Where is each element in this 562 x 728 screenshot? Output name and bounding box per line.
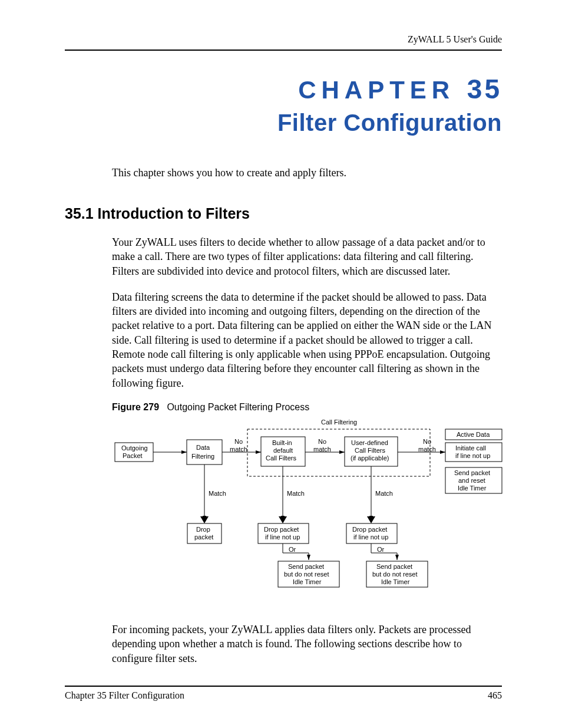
chapter-number: 35	[467, 74, 502, 104]
svg-text:Outgoing: Outgoing	[121, 444, 148, 452]
svg-marker-36	[200, 516, 209, 523]
svg-text:Match: Match	[287, 490, 305, 497]
header-rule	[65, 50, 502, 51]
svg-text:User-defined: User-defined	[351, 439, 388, 446]
svg-text:but do not reset: but do not reset	[372, 571, 417, 578]
svg-text:match: match	[230, 446, 247, 453]
svg-text:if line not up: if line not up	[455, 452, 490, 459]
svg-text:No: No	[423, 438, 431, 445]
svg-text:Data: Data	[196, 444, 210, 451]
svg-text:Match: Match	[375, 490, 393, 497]
svg-text:Drop packet: Drop packet	[264, 526, 299, 533]
svg-text:Drop packet: Drop packet	[352, 526, 387, 533]
svg-text:Or: Or	[289, 546, 296, 553]
chapter-title: Filter Configuration	[65, 110, 502, 136]
figure-diagram: Call Filtering Outgoing Packet Data Filt…	[112, 416, 502, 607]
section-p3: For incoming packets, your ZyWALL applie…	[112, 622, 496, 666]
svg-text:No: No	[318, 438, 326, 445]
section-p2: Data filtering screens the data to deter…	[112, 290, 496, 390]
chapter-label: CHAPTER	[298, 76, 455, 104]
figure-label: Figure 279	[112, 402, 159, 412]
svg-text:Idle Timer: Idle Timer	[458, 485, 487, 492]
svg-marker-39	[279, 516, 287, 523]
footer-page-number: 465	[488, 690, 502, 701]
svg-text:default: default	[273, 447, 293, 454]
svg-text:Idle Timer: Idle Timer	[293, 578, 322, 585]
svg-text:Or: Or	[377, 546, 385, 553]
svg-text:Call Filters: Call Filters	[266, 454, 296, 462]
svg-text:if line not up: if line not up	[353, 533, 388, 541]
figure-caption: Figure 279 Outgoing Packet Filtering Pro…	[112, 402, 502, 413]
section-p1: Your ZyWALL uses filters to decide wheth…	[112, 235, 496, 278]
svg-text:match: match	[313, 446, 331, 453]
svg-text:Drop: Drop	[196, 526, 210, 533]
chapter-number-line: CHAPTER 35	[65, 73, 502, 105]
svg-text:Match: Match	[209, 490, 226, 497]
figure-caption-text: Outgoing Packet Filtering Process	[167, 402, 309, 412]
svg-text:Initiate call: Initiate call	[455, 444, 486, 452]
svg-text:and reset: and reset	[458, 477, 485, 484]
svg-text:packet: packet	[194, 533, 213, 541]
svg-text:if line not up: if line not up	[265, 533, 300, 541]
chapter-intro: This chapter shows you how to create and…	[112, 167, 502, 179]
svg-text:but do not reset: but do not reset	[284, 571, 329, 578]
svg-text:Call Filters: Call Filters	[355, 447, 385, 454]
footer-chapter: Chapter 35 Filter Configuration	[65, 690, 184, 701]
svg-text:(if applicable): (if applicable)	[351, 454, 389, 462]
svg-text:Active Data: Active Data	[457, 431, 490, 438]
footer-rule	[65, 686, 502, 687]
svg-text:Packet: Packet	[123, 452, 143, 459]
svg-text:Idle Timer: Idle Timer	[381, 578, 410, 585]
header-guide: ZyWALL 5 User's Guide	[65, 34, 502, 45]
svg-marker-42	[367, 516, 375, 523]
diagram-group-label: Call Filtering	[321, 419, 357, 426]
svg-text:Send packet: Send packet	[376, 563, 412, 570]
svg-text:No: No	[234, 438, 243, 445]
svg-text:Built-in: Built-in	[272, 439, 292, 446]
svg-text:Send packet: Send packet	[288, 563, 324, 570]
section-heading: 35.1 Introduction to Filters	[65, 205, 502, 222]
svg-text:Filtering: Filtering	[191, 453, 214, 460]
svg-text:match: match	[418, 446, 436, 453]
svg-text:Send packet: Send packet	[454, 469, 490, 476]
footer: Chapter 35 Filter Configuration 465	[65, 686, 502, 701]
